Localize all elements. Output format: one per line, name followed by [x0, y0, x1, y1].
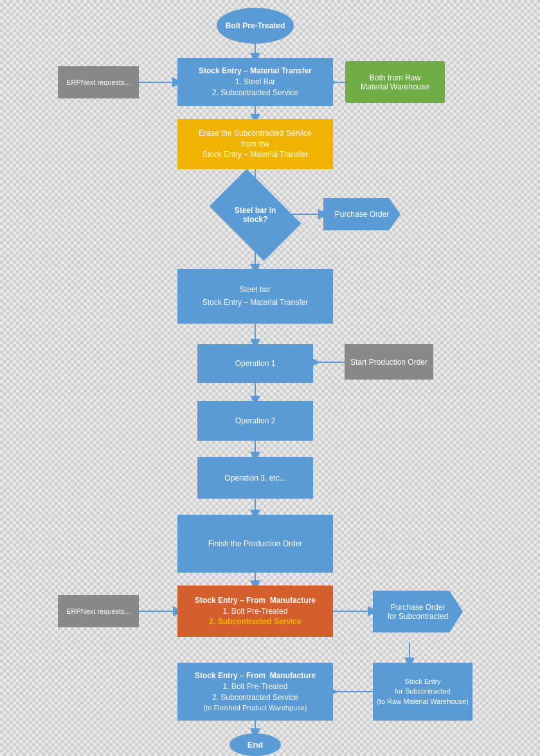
end-label: End — [248, 740, 264, 750]
stock-entry-mfg-line2: 2. Subcontracted Service — [209, 616, 301, 627]
stock-entry-from-mfg2-node: Stock Entry – From Manufacture 1. Bolt P… — [177, 663, 333, 721]
steel-bar-stock-label: Steel bar instock? — [235, 206, 276, 224]
stock-entry-manufacture-node: Stock Entry – From Manufacture 1. Bolt P… — [177, 585, 333, 637]
operation3-label: Operation 3, etc... — [224, 474, 285, 483]
start-prod-order-label: Start Production Order — [350, 358, 428, 367]
end-node: End — [230, 733, 281, 756]
flowchart-container: Bolt Pre-Treated ERPNext requests... Sto… — [0, 0, 540, 13]
operation2-node: Operation 2 — [197, 401, 313, 441]
operation1-node: Operation 1 — [197, 344, 313, 383]
bolt-pretreated-node: Bolt Pre-Treated — [217, 8, 294, 44]
steel-bar-stock-node: Steel bar instock? — [217, 189, 294, 241]
bolt-pretreated-label: Bolt Pre-Treated — [226, 21, 285, 30]
steel-bar-entry-line2: Stock Entry – Material Transfer — [203, 297, 309, 309]
purchase-order-1-label: Purchase Order — [335, 210, 390, 219]
purchase-order-sub-node: Purchase Orderfor Subcontracted — [373, 591, 463, 632]
stock-entry-1-line2: 2. Subcontracted Service — [212, 88, 298, 98]
stock-entry-sub-label: Stock Entryfor Subcontracted(to Raw Mate… — [377, 677, 469, 706]
finish-prod-node: Finish the Production Order — [177, 515, 333, 573]
stock-entry-from-mfg2-line2: 2. Subcontracted Service — [212, 692, 298, 703]
operation2-label: Operation 2 — [235, 416, 276, 425]
start-prod-order-node: Start Production Order — [345, 344, 433, 380]
purchase-order-1-node: Purchase Order — [323, 198, 401, 230]
operation3-node: Operation 3, etc... — [197, 457, 313, 499]
stock-entry-from-mfg2-title: Stock Entry – From Manufacture — [195, 670, 316, 681]
stock-entry-from-mfg2-line1: 1. Bolt Pre-Treated — [223, 681, 288, 692]
stock-entry-mfg-line1: 1. Bolt Pre-Treated — [223, 606, 288, 617]
finish-prod-label: Finish the Production Order — [208, 539, 303, 548]
stock-entry-sub-node: Stock Entryfor Subcontracted(to Raw Mate… — [373, 663, 473, 721]
stock-entry-mfg-title: Stock Entry – From Manufacture — [195, 595, 316, 606]
erase-label: Erase the Subcontracted Servicefrom theS… — [199, 128, 311, 160]
erase-node: Erase the Subcontracted Servicefrom theS… — [177, 119, 333, 169]
stock-entry-1-line1: 1. Steel Bar — [235, 77, 276, 88]
steel-bar-entry-node: Steel bar Stock Entry – Material Transfe… — [177, 269, 333, 324]
stock-entry-1-title: Stock Entry – Material Transfer — [199, 66, 312, 77]
erpnext-requests-2-node: ERPNext requests... — [58, 595, 139, 627]
stock-entry-from-mfg2-line3: (to Finished Product Warehpuse) — [204, 703, 307, 713]
purchase-order-sub-label: Purchase Orderfor Subcontracted — [388, 603, 449, 621]
erpnext-requests-2-label: ERPNext requests... — [66, 607, 130, 615]
erpnext-requests-1-node: ERPNext requests... — [58, 66, 139, 98]
erpnext-requests-1-label: ERPNext requests... — [66, 78, 130, 86]
both-from-raw-node: Both from RawMaterial Warehouse — [345, 61, 445, 103]
steel-bar-entry-line1: Steel bar — [240, 284, 271, 296]
operation1-label: Operation 1 — [235, 359, 276, 368]
stock-entry-1-node: Stock Entry – Material Transfer 1. Steel… — [177, 58, 333, 106]
both-from-raw-label: Both from RawMaterial Warehouse — [361, 73, 429, 91]
